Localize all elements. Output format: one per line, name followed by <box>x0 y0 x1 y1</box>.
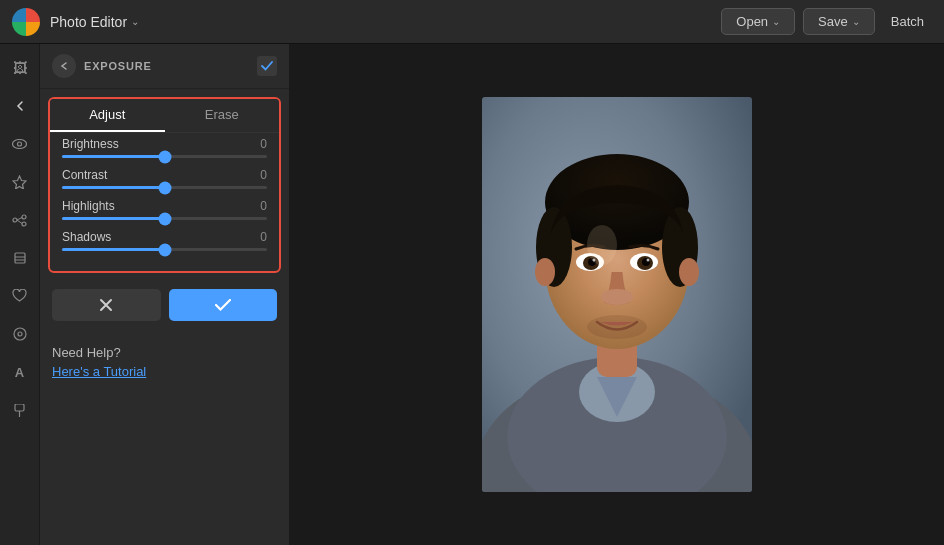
svg-point-1 <box>18 142 22 146</box>
highlights-label-row: Highlights 0 <box>62 199 267 213</box>
svg-point-11 <box>14 328 26 340</box>
sliders-area: Brightness 0 Contrast 0 <box>50 133 279 271</box>
highlights-value: 0 <box>260 199 267 213</box>
star-icon[interactable] <box>4 166 36 198</box>
brightness-label: Brightness <box>62 137 119 151</box>
contrast-thumb[interactable] <box>158 181 171 194</box>
brush-icon[interactable] <box>4 394 36 426</box>
highlights-label: Highlights <box>62 199 115 213</box>
contrast-track <box>62 186 267 189</box>
shadows-label: Shadows <box>62 230 111 244</box>
help-title: Need Help? <box>52 345 277 360</box>
svg-point-3 <box>13 218 17 222</box>
highlights-row: Highlights 0 <box>62 199 267 220</box>
eye-icon[interactable] <box>4 128 36 160</box>
panel-back-button[interactable] <box>52 54 76 78</box>
action-buttons <box>40 281 289 329</box>
highlights-fill <box>62 217 165 220</box>
panel-title: EXPOSURE <box>84 60 249 72</box>
svg-point-26 <box>679 258 699 286</box>
adjustment-box: Adjust Erase Brightness 0 <box>48 97 281 273</box>
image-icon[interactable]: 🖼 <box>4 52 36 84</box>
svg-point-12 <box>18 332 22 336</box>
portrait-svg <box>482 97 752 492</box>
adjustment-tabs: Adjust Erase <box>50 99 279 133</box>
svg-point-35 <box>601 289 633 305</box>
shadows-fill <box>62 248 165 251</box>
open-chevron: ⌄ <box>772 16 780 27</box>
header-actions: Open ⌄ Save ⌄ Batch <box>721 8 932 35</box>
app-logo <box>12 8 40 36</box>
shadows-track <box>62 248 267 251</box>
app-title-chevron: ⌄ <box>131 16 139 27</box>
contrast-label: Contrast <box>62 168 107 182</box>
shadows-row: Shadows 0 <box>62 230 267 251</box>
icon-sidebar: 🖼 <box>0 44 40 545</box>
brightness-thumb[interactable] <box>158 150 171 163</box>
svg-point-5 <box>22 222 26 226</box>
text-icon[interactable]: A <box>4 356 36 388</box>
brightness-row: Brightness 0 <box>62 137 267 158</box>
open-button[interactable]: Open ⌄ <box>721 8 795 35</box>
brightness-track <box>62 155 267 158</box>
open-label: Open <box>736 14 768 29</box>
shadows-value: 0 <box>260 230 267 244</box>
svg-point-34 <box>647 259 650 262</box>
app-title-text: Photo Editor <box>50 14 127 30</box>
canvas-area <box>290 44 944 545</box>
highlights-thumb[interactable] <box>158 212 171 225</box>
svg-rect-8 <box>15 253 25 263</box>
svg-point-0 <box>13 140 27 149</box>
svg-line-6 <box>17 217 22 220</box>
layers-icon[interactable] <box>4 242 36 274</box>
svg-line-7 <box>17 220 22 224</box>
tab-erase[interactable]: Erase <box>165 99 280 132</box>
brightness-fill <box>62 155 165 158</box>
save-label: Save <box>818 14 848 29</box>
svg-point-36 <box>587 315 647 339</box>
tutorial-link[interactable]: Here's a Tutorial <box>52 364 277 379</box>
shadows-label-row: Shadows 0 <box>62 230 267 244</box>
contrast-value: 0 <box>260 168 267 182</box>
save-button[interactable]: Save ⌄ <box>803 8 875 35</box>
contrast-fill <box>62 186 165 189</box>
back-icon[interactable] <box>4 90 36 122</box>
confirm-button[interactable] <box>169 289 278 321</box>
svg-point-25 <box>535 258 555 286</box>
tab-adjust[interactable]: Adjust <box>50 99 165 132</box>
svg-point-37 <box>587 225 617 265</box>
batch-button[interactable]: Batch <box>883 9 932 34</box>
highlights-track <box>62 217 267 220</box>
header: Photo Editor ⌄ Open ⌄ Save ⌄ Batch <box>0 0 944 44</box>
contrast-row: Contrast 0 <box>62 168 267 189</box>
contrast-label-row: Contrast 0 <box>62 168 267 182</box>
help-section: Need Help? Here's a Tutorial <box>40 333 289 391</box>
cancel-button[interactable] <box>52 289 161 321</box>
heart-icon[interactable] <box>4 280 36 312</box>
svg-rect-13 <box>15 404 24 411</box>
shadows-thumb[interactable] <box>158 243 171 256</box>
settings-icon[interactable] <box>4 318 36 350</box>
panel-check-icon[interactable] <box>257 56 277 76</box>
portrait-image <box>482 97 752 492</box>
main-area: 🖼 <box>0 44 944 545</box>
app-title-group[interactable]: Photo Editor ⌄ <box>50 14 139 30</box>
left-panel: EXPOSURE Adjust Erase <box>40 44 290 545</box>
save-chevron: ⌄ <box>852 16 860 27</box>
svg-marker-2 <box>13 176 26 189</box>
brightness-value: 0 <box>260 137 267 151</box>
panel-header: EXPOSURE <box>40 44 289 89</box>
nodes-icon[interactable] <box>4 204 36 236</box>
svg-point-4 <box>22 215 26 219</box>
brightness-label-row: Brightness 0 <box>62 137 267 151</box>
batch-label: Batch <box>891 14 924 29</box>
